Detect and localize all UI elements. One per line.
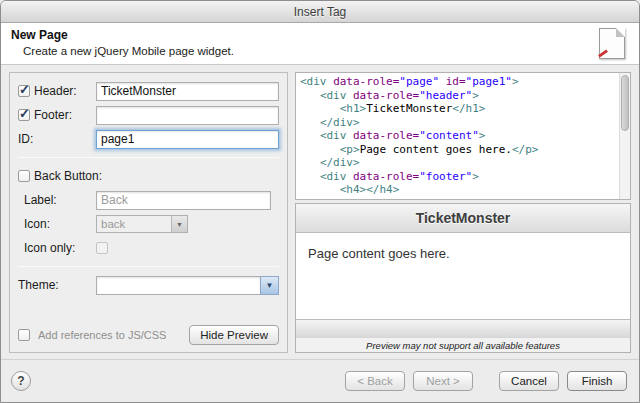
preview-page-header: TicketMonster [296,204,630,233]
chevron-down-icon[interactable]: ▼ [171,216,187,232]
cancel-button[interactable]: Cancel [499,371,559,391]
icon-only-row: Icon only: [18,238,279,258]
insert-tag-dialog: Insert Tag New Page Create a new jQuery … [0,0,640,403]
window-title: Insert Tag [294,5,346,19]
back-label-input[interactable] [96,191,271,210]
footer-label: Footer: [34,108,96,122]
panel-bottom-row: Add references to JS/CSS Hide Preview [18,325,279,345]
header-row: Header: [18,81,279,101]
back-button-label: Back Button: [34,169,279,183]
help-button[interactable]: ? [11,371,31,391]
options-panel: Header: Footer: ID: Back Button: Label: [9,72,288,353]
code-scrollbar[interactable] [619,73,630,199]
icon-only-label: Icon only: [24,241,96,255]
back-button-row: Back Button: [18,166,279,186]
theme-combo: ▼ [96,276,279,295]
header-checkbox[interactable] [18,85,30,97]
add-references-checkbox[interactable] [18,329,30,341]
new-page-icon [599,28,625,59]
wizard-header: New Page Create a new jQuery Mobile page… [1,23,639,65]
theme-input[interactable] [96,276,260,295]
finish-button[interactable]: Finish [567,371,627,391]
chevron-down-icon[interactable]: ▼ [260,276,279,295]
id-label: ID: [18,132,96,146]
preview-page-content: Page content goes here. [296,233,630,319]
preview-note: Preview may not support all available fe… [296,337,630,352]
next-button[interactable]: Next > [413,371,473,391]
footer-row: Footer: [18,105,279,125]
separator [18,157,279,158]
back-label-row: Label: [18,190,279,210]
icon-row: Icon: back ▼ [18,214,279,234]
header-input[interactable] [96,82,279,101]
footer-input[interactable] [96,106,279,125]
add-references-label: Add references to JS/CSS [38,329,166,341]
footer-checkbox[interactable] [18,109,30,121]
wizard-buttons: < Back Next > Cancel Finish [345,371,627,391]
code-lines: <div data-role="page" id="page1"> <div d… [300,75,616,200]
header-label: Header: [34,84,96,98]
code-editor[interactable]: <div data-role="page" id="page1"> <div d… [295,72,631,200]
icon-label: Icon: [24,217,96,231]
preview-column: <div data-role="page" id="page1"> <div d… [295,72,631,353]
theme-label: Theme: [18,278,96,292]
icon-only-checkbox[interactable] [96,242,108,254]
icon-dropdown-value: back [97,218,171,230]
dialog-button-bar: ? < Back Next > Cancel Finish [1,359,639,402]
wizard-title: New Page [11,28,629,42]
icon-dropdown[interactable]: back ▼ [96,215,188,233]
wizard-subtitle: Create a new jQuery Mobile page widget. [23,45,629,57]
back-label-label: Label: [24,193,96,207]
id-row: ID: [18,129,279,149]
scrollbar-thumb[interactable] [621,75,629,131]
separator [18,266,279,267]
theme-row: Theme: ▼ [18,275,279,295]
id-input[interactable] [96,130,279,149]
back-button-checkbox[interactable] [18,170,30,182]
widget-preview: TicketMonster Page content goes here. Pr… [295,203,631,353]
main-area: Header: Footer: ID: Back Button: Label: [1,65,639,359]
preview-page-footer [296,319,630,337]
hide-preview-button[interactable]: Hide Preview [189,325,279,345]
back-button[interactable]: < Back [345,371,405,391]
titlebar[interactable]: Insert Tag [1,1,639,23]
